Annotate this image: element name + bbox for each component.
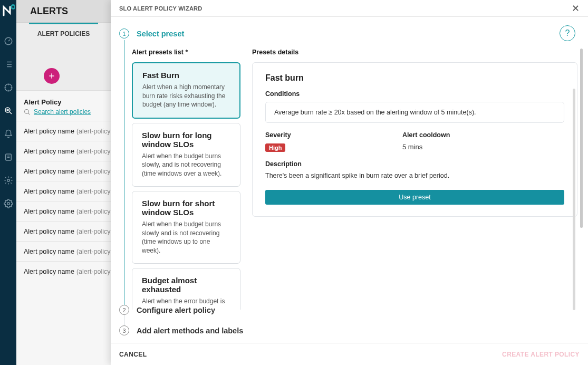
preset-card-title: Slow burn for short window SLOs	[142, 199, 230, 217]
bell-icon[interactable]	[3, 129, 14, 139]
step-badge-3: 3	[119, 325, 129, 335]
panel-heading: Alert Policy	[16, 91, 111, 108]
add-policy-button[interactable]	[44, 68, 60, 84]
policy-row[interactable]: Alert policy name(alert-policy-	[16, 261, 111, 281]
preset-card-title: Budget almost exhausted	[142, 276, 230, 294]
svg-point-9	[25, 109, 29, 113]
preset-list-scrollbar[interactable]	[580, 49, 583, 228]
preset-card-desc: Alert when the budget burns slowly and i…	[142, 220, 230, 255]
sidebar: ALERT POLICIES Alert Policy Search alert…	[16, 22, 111, 365]
cancel-button[interactable]: CANCEL	[119, 351, 147, 358]
step-badge-1: 1	[119, 28, 129, 39]
svg-point-5	[7, 109, 8, 111]
policy-suffix: (alert-policy-	[76, 168, 111, 175]
step-label-3: Add alert methods and labels	[137, 326, 243, 335]
modal-title: SLO ALERT POLICY WIZARD	[119, 5, 202, 12]
policy-suffix: (alert-policy-	[76, 268, 111, 275]
policy-name: Alert policy name	[24, 188, 74, 195]
sidebar-tab-label: ALERT POLICIES	[37, 30, 90, 37]
policy-row[interactable]: Alert policy name(alert-policy-	[16, 161, 111, 181]
cooldown-value: 5 mins	[402, 143, 476, 151]
policy-name: Alert policy name	[24, 248, 74, 255]
presets-list-label: Alert presets list *	[132, 49, 243, 56]
policy-row[interactable]: Alert policy name(alert-policy-	[16, 121, 111, 141]
svg-point-7	[7, 179, 9, 182]
policy-name: Alert policy name	[24, 208, 74, 215]
search-link-text[interactable]: Search alert policies	[34, 108, 91, 116]
preset-card-title: Slow burn for long window SLOs	[142, 131, 230, 149]
policy-row[interactable]: Alert policy name(alert-policy-	[16, 141, 111, 161]
policy-name: Alert policy name	[24, 228, 74, 235]
preset-card-title: Fast Burn	[142, 71, 230, 80]
preset-detail-title: Fast burn	[265, 73, 564, 83]
step-label-1: Select preset	[137, 30, 184, 38]
modal-header: SLO ALERT POLICY WIZARD ✕	[111, 0, 588, 17]
target-icon[interactable]	[3, 82, 14, 93]
description-label: Description	[265, 160, 564, 168]
help-button[interactable]: ?	[560, 25, 575, 41]
modal-footer: CANCEL CREATE ALERT POLICY	[111, 343, 588, 365]
policy-suffix: (alert-policy-	[76, 148, 111, 155]
gear-icon[interactable]	[3, 175, 14, 186]
app-logo	[2, 4, 15, 17]
search-icon	[24, 109, 31, 116]
policy-list-panel: Alert Policy Search alert policies Alert…	[16, 90, 111, 365]
zoom-icon[interactable]	[3, 105, 14, 116]
left-nav-rail	[0, 0, 16, 365]
policy-name: Alert policy name	[24, 268, 74, 275]
preset-details-card: Fast burn Conditions Average burn rate ≥…	[252, 62, 577, 217]
step-badge-2: 2	[119, 305, 129, 315]
list-icon[interactable]	[3, 59, 14, 70]
policy-name: Alert policy name	[24, 168, 74, 175]
step-label-2: Configure alert policy	[137, 306, 215, 314]
slo-wizard-modal: SLO ALERT POLICY WIZARD ✕ ? 1 Select pre…	[111, 0, 588, 365]
preset-card[interactable]: Slow burn for long window SLOsAlert when…	[132, 123, 240, 187]
policy-row[interactable]: Alert policy name(alert-policy-	[16, 221, 111, 241]
policy-row[interactable]: Alert policy name(alert-policy-	[16, 201, 111, 221]
conditions-label: Conditions	[265, 90, 564, 98]
svg-point-8	[7, 203, 9, 205]
preset-card[interactable]: Fast BurnAlert when a high momentary bur…	[132, 62, 240, 119]
policy-name: Alert policy name	[24, 128, 74, 135]
preset-card[interactable]: Slow burn for short window SLOsAlert whe…	[132, 191, 240, 264]
modal-body: ? 1 Select preset Alert presets list * F…	[111, 17, 588, 343]
gauge-icon[interactable]	[3, 36, 14, 46]
settings-icon[interactable]	[3, 198, 14, 209]
svg-point-1	[12, 6, 14, 8]
preset-list: Fast BurnAlert when a high momentary bur…	[132, 62, 243, 310]
policy-row[interactable]: Alert policy name(alert-policy-	[16, 241, 111, 261]
policy-suffix: (alert-policy-	[76, 208, 111, 215]
severity-badge: High	[265, 143, 285, 152]
card-icon[interactable]	[3, 152, 14, 162]
policy-row[interactable]: Alert policy name(alert-policy-	[16, 181, 111, 201]
policy-name: Alert policy name	[24, 148, 74, 155]
policy-suffix: (alert-policy-	[76, 128, 111, 135]
condition-box: Average burn rate ≥ 20x based on the ale…	[265, 102, 564, 123]
presets-details-label: Presets details	[252, 49, 577, 56]
severity-label: Severity	[265, 131, 339, 139]
search-policies-link[interactable]: Search alert policies	[16, 108, 111, 121]
preset-card-desc: Alert when the budget burns slowly, and …	[142, 152, 230, 178]
preset-card-desc: Alert when a high momentary burn rate ri…	[142, 83, 230, 109]
details-scrollbar[interactable]	[573, 89, 575, 310]
cooldown-label: Alert cooldown	[402, 131, 476, 139]
create-alert-policy-button[interactable]: CREATE ALERT POLICY	[502, 351, 580, 358]
svg-point-4	[5, 108, 10, 112]
policy-suffix: (alert-policy-	[76, 228, 111, 235]
description-text: There's been a significant spike in burn…	[265, 172, 564, 179]
preset-card[interactable]: Budget almost exhaustedAlert when the er…	[132, 268, 240, 310]
policy-suffix: (alert-policy-	[76, 188, 111, 195]
sidebar-tab-alert-policies[interactable]: ALERT POLICIES	[16, 23, 111, 45]
use-preset-button[interactable]: Use preset	[265, 190, 564, 205]
page-title: ALERTS	[30, 6, 68, 17]
policy-suffix: (alert-policy-	[76, 248, 111, 255]
close-icon[interactable]: ✕	[572, 3, 580, 14]
